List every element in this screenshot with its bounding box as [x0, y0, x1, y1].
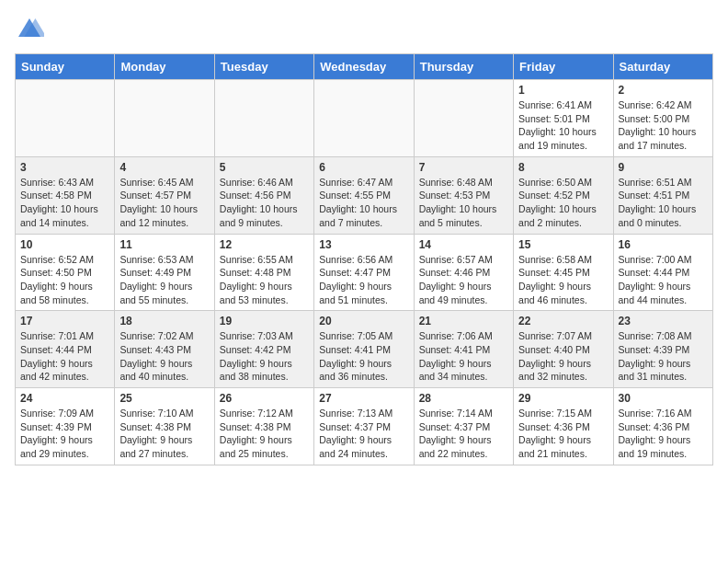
calendar-day: 2Sunrise: 6:42 AMSunset: 5:00 PMDaylight…: [613, 80, 712, 157]
day-number: 28: [419, 392, 508, 405]
day-number: 29: [518, 392, 608, 405]
calendar-day: [414, 80, 513, 157]
day-number: 27: [319, 392, 408, 405]
day-info: Sunrise: 7:02 AMSunset: 4:43 PMDaylight:…: [119, 329, 209, 384]
calendar-day: 15Sunrise: 6:58 AMSunset: 4:45 PMDayligh…: [514, 234, 613, 311]
day-number: 5: [220, 161, 309, 174]
calendar-week-3: 10Sunrise: 6:52 AMSunset: 4:50 PMDayligh…: [16, 234, 713, 311]
header-thursday: Thursday: [414, 54, 513, 80]
day-info: Sunrise: 6:45 AMSunset: 4:57 PMDaylight:…: [119, 176, 209, 230]
calendar-day: 20Sunrise: 7:05 AMSunset: 4:41 PMDayligh…: [314, 311, 414, 388]
calendar-day: 13Sunrise: 6:56 AMSunset: 4:47 PMDayligh…: [314, 234, 414, 311]
day-number: 24: [20, 392, 109, 405]
calendar-day: 27Sunrise: 7:13 AMSunset: 4:37 PMDayligh…: [314, 388, 414, 465]
day-info: Sunrise: 6:50 AMSunset: 4:52 PMDaylight:…: [518, 176, 608, 230]
calendar-day: 26Sunrise: 7:12 AMSunset: 4:38 PMDayligh…: [214, 388, 313, 465]
day-number: 9: [619, 161, 708, 174]
day-number: 15: [518, 238, 608, 251]
calendar-day: 1Sunrise: 6:41 AMSunset: 5:01 PMDaylight…: [514, 80, 613, 157]
day-info: Sunrise: 7:07 AMSunset: 4:40 PMDaylight:…: [518, 329, 608, 384]
logo: [15, 15, 48, 44]
day-info: Sunrise: 7:16 AMSunset: 4:36 PMDaylight:…: [619, 407, 708, 461]
day-number: 12: [220, 238, 309, 251]
day-info: Sunrise: 6:57 AMSunset: 4:46 PMDaylight:…: [419, 253, 508, 307]
calendar-week-2: 3Sunrise: 6:43 AMSunset: 4:58 PMDaylight…: [16, 156, 713, 234]
calendar-day: 6Sunrise: 6:47 AMSunset: 4:55 PMDaylight…: [314, 156, 414, 234]
calendar-day: 12Sunrise: 6:55 AMSunset: 4:48 PMDayligh…: [214, 234, 313, 311]
day-number: 4: [119, 161, 209, 174]
calendar-day: [115, 80, 214, 157]
day-info: Sunrise: 7:01 AMSunset: 4:44 PMDaylight:…: [20, 329, 109, 384]
calendar-day: 18Sunrise: 7:02 AMSunset: 4:43 PMDayligh…: [115, 311, 214, 388]
day-info: Sunrise: 7:10 AMSunset: 4:38 PMDaylight:…: [119, 407, 209, 461]
day-number: 26: [220, 392, 309, 405]
day-number: 25: [119, 392, 209, 405]
header-sunday: Sunday: [16, 54, 115, 80]
day-info: Sunrise: 7:13 AMSunset: 4:37 PMDaylight:…: [319, 407, 408, 461]
calendar-day: 19Sunrise: 7:03 AMSunset: 4:42 PMDayligh…: [214, 311, 313, 388]
day-info: Sunrise: 6:47 AMSunset: 4:55 PMDaylight:…: [319, 176, 408, 230]
calendar-week-4: 17Sunrise: 7:01 AMSunset: 4:44 PMDayligh…: [16, 311, 713, 388]
day-number: 2: [619, 84, 708, 97]
day-info: Sunrise: 7:14 AMSunset: 4:37 PMDaylight:…: [419, 407, 508, 461]
day-number: 13: [319, 238, 408, 251]
header-monday: Monday: [115, 54, 214, 80]
day-info: Sunrise: 6:52 AMSunset: 4:50 PMDaylight:…: [20, 253, 109, 307]
calendar-day: 23Sunrise: 7:08 AMSunset: 4:39 PMDayligh…: [613, 311, 712, 388]
calendar-day: 25Sunrise: 7:10 AMSunset: 4:38 PMDayligh…: [115, 388, 214, 465]
day-info: Sunrise: 6:41 AMSunset: 5:01 PMDaylight:…: [518, 98, 608, 153]
calendar-day: 7Sunrise: 6:48 AMSunset: 4:53 PMDaylight…: [414, 156, 513, 234]
calendar-table: SundayMondayTuesdayWednesdayThursdayFrid…: [15, 53, 713, 465]
calendar-day: 24Sunrise: 7:09 AMSunset: 4:39 PMDayligh…: [16, 388, 115, 465]
day-info: Sunrise: 7:15 AMSunset: 4:36 PMDaylight:…: [518, 407, 608, 461]
day-number: 3: [20, 161, 109, 174]
day-info: Sunrise: 7:05 AMSunset: 4:41 PMDaylight:…: [319, 329, 408, 384]
day-info: Sunrise: 6:53 AMSunset: 4:49 PMDaylight:…: [119, 253, 209, 307]
calendar-day: 30Sunrise: 7:16 AMSunset: 4:36 PMDayligh…: [613, 388, 712, 465]
day-number: 8: [518, 161, 608, 174]
day-info: Sunrise: 7:12 AMSunset: 4:38 PMDaylight:…: [220, 407, 309, 461]
day-number: 10: [20, 238, 109, 251]
day-info: Sunrise: 6:58 AMSunset: 4:45 PMDaylight:…: [518, 253, 608, 307]
day-number: 16: [619, 238, 708, 251]
day-info: Sunrise: 6:46 AMSunset: 4:56 PMDaylight:…: [220, 176, 309, 230]
day-number: 23: [619, 315, 708, 327]
calendar-day: 21Sunrise: 7:06 AMSunset: 4:41 PMDayligh…: [414, 311, 513, 388]
day-number: 1: [518, 84, 608, 97]
header-wednesday: Wednesday: [314, 54, 414, 80]
calendar-day: 4Sunrise: 6:45 AMSunset: 4:57 PMDaylight…: [115, 156, 214, 234]
calendar-day: 8Sunrise: 6:50 AMSunset: 4:52 PMDaylight…: [514, 156, 613, 234]
day-number: 14: [419, 238, 508, 251]
day-info: Sunrise: 6:42 AMSunset: 5:00 PMDaylight:…: [619, 98, 708, 153]
calendar-day: 9Sunrise: 6:51 AMSunset: 4:51 PMDaylight…: [613, 156, 712, 234]
calendar-week-1: 1Sunrise: 6:41 AMSunset: 5:01 PMDaylight…: [16, 80, 713, 157]
day-number: 18: [119, 315, 209, 327]
day-number: 17: [20, 315, 109, 327]
day-info: Sunrise: 7:09 AMSunset: 4:39 PMDaylight:…: [20, 407, 109, 461]
calendar-day: 10Sunrise: 6:52 AMSunset: 4:50 PMDayligh…: [16, 234, 115, 311]
day-number: 6: [319, 161, 408, 174]
day-info: Sunrise: 6:43 AMSunset: 4:58 PMDaylight:…: [20, 176, 109, 230]
day-info: Sunrise: 7:08 AMSunset: 4:39 PMDaylight:…: [619, 329, 708, 384]
day-number: 22: [518, 315, 608, 327]
header-friday: Friday: [514, 54, 613, 80]
day-number: 30: [619, 392, 708, 405]
day-info: Sunrise: 6:55 AMSunset: 4:48 PMDaylight:…: [220, 253, 309, 307]
calendar-day: 14Sunrise: 6:57 AMSunset: 4:46 PMDayligh…: [414, 234, 513, 311]
logo-icon: [15, 15, 44, 44]
day-number: 20: [319, 315, 408, 327]
day-info: Sunrise: 6:51 AMSunset: 4:51 PMDaylight:…: [619, 176, 708, 230]
calendar-day: [16, 80, 115, 157]
calendar-day: [214, 80, 313, 157]
calendar-day: 11Sunrise: 6:53 AMSunset: 4:49 PMDayligh…: [115, 234, 214, 311]
calendar-day: 28Sunrise: 7:14 AMSunset: 4:37 PMDayligh…: [414, 388, 513, 465]
day-number: 21: [419, 315, 508, 327]
calendar-day: 16Sunrise: 7:00 AMSunset: 4:44 PMDayligh…: [613, 234, 712, 311]
calendar-day: 5Sunrise: 6:46 AMSunset: 4:56 PMDaylight…: [214, 156, 313, 234]
page-header: [15, 15, 713, 44]
day-number: 11: [119, 238, 209, 251]
day-number: 7: [419, 161, 508, 174]
header-tuesday: Tuesday: [214, 54, 313, 80]
calendar-day: 29Sunrise: 7:15 AMSunset: 4:36 PMDayligh…: [514, 388, 613, 465]
calendar-day: 3Sunrise: 6:43 AMSunset: 4:58 PMDaylight…: [16, 156, 115, 234]
